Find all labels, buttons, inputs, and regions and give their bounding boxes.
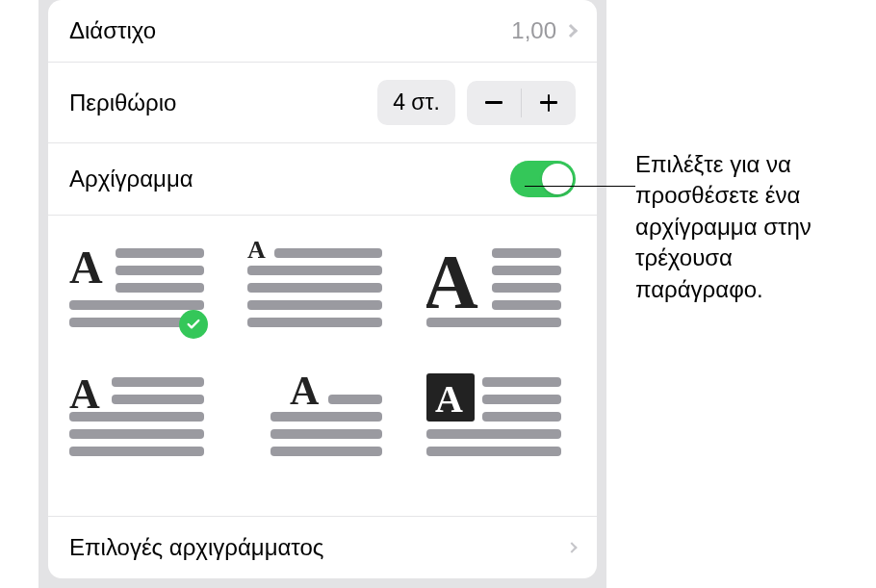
svg-rect-10 [247, 300, 382, 310]
svg-rect-2 [116, 266, 204, 275]
dropcap-toggle[interactable] [510, 161, 576, 197]
svg-rect-13 [492, 248, 561, 258]
svg-text:A: A [69, 242, 103, 293]
dropcap-label: Αρχίγραμμα [69, 166, 193, 192]
chevron-right-icon [564, 24, 578, 38]
svg-rect-17 [426, 318, 561, 327]
svg-rect-26 [271, 412, 382, 422]
svg-rect-8 [247, 266, 382, 275]
dropcap-style-grid: A A [48, 216, 597, 473]
svg-rect-14 [492, 266, 561, 275]
dropcap-options-row[interactable]: Επιλογές αρχιγράμματος [48, 516, 597, 578]
svg-text:A: A [435, 377, 463, 421]
margin-label: Περιθώριο [69, 89, 176, 116]
svg-rect-3 [116, 283, 204, 293]
selected-check-icon [179, 310, 208, 339]
svg-rect-25 [328, 395, 382, 404]
svg-rect-19 [112, 377, 204, 387]
margin-row: Περιθώριο 4 στ. [48, 63, 597, 143]
svg-rect-7 [274, 248, 382, 258]
margin-increase-button[interactable] [522, 81, 576, 125]
dropcap-style-2[interactable]: A [247, 241, 382, 335]
svg-rect-35 [426, 447, 561, 456]
margin-decrease-button[interactable] [467, 81, 521, 125]
format-panel: Διάστιχο 1,00 Περιθώριο 4 στ. Αρ [48, 0, 597, 578]
dropcap-options-label: Επιλογές αρχιγράμματος [69, 534, 323, 561]
margin-value-chip[interactable]: 4 στ. [377, 80, 455, 125]
svg-rect-23 [69, 447, 204, 456]
svg-rect-33 [482, 412, 561, 422]
line-spacing-row[interactable]: Διάστιχο 1,00 [48, 0, 597, 63]
dropcap-style-1[interactable]: A [69, 241, 204, 335]
dropcap-style-3[interactable]: A [426, 241, 561, 335]
callout-leader-line [525, 186, 635, 187]
svg-rect-31 [482, 377, 561, 387]
margin-value: 4 στ. [393, 89, 440, 115]
svg-rect-20 [112, 395, 204, 404]
svg-rect-11 [247, 318, 382, 327]
svg-rect-9 [247, 283, 382, 293]
dropcap-style-4[interactable]: A [69, 370, 204, 464]
dropcap-style-6[interactable]: A [426, 370, 561, 464]
svg-rect-16 [492, 300, 561, 310]
svg-text:A: A [69, 371, 100, 418]
svg-rect-21 [69, 412, 204, 422]
svg-rect-34 [426, 429, 561, 439]
margin-controls: 4 στ. [377, 80, 576, 125]
toggle-knob [542, 164, 573, 194]
svg-rect-1 [116, 248, 204, 258]
svg-text:A: A [247, 241, 266, 264]
dropcap-style-5[interactable]: A [247, 370, 382, 464]
svg-rect-32 [482, 395, 561, 404]
svg-text:A: A [426, 241, 478, 324]
dropcap-row: Αρχίγραμμα [48, 143, 597, 216]
line-spacing-value-wrap: 1,00 [511, 17, 576, 44]
svg-text:A: A [290, 370, 320, 413]
chevron-right-icon [566, 542, 577, 552]
svg-rect-15 [492, 283, 561, 293]
svg-rect-28 [271, 447, 382, 456]
callout-text: Επιλέξτε για να προσθέσετε ένα αρχίγραμμ… [635, 149, 857, 305]
svg-rect-22 [69, 429, 204, 439]
margin-stepper [467, 81, 576, 125]
svg-rect-4 [69, 300, 204, 310]
svg-rect-27 [271, 429, 382, 439]
line-spacing-label: Διάστιχο [69, 17, 156, 44]
panel-shadow-wrap: Διάστιχο 1,00 Περιθώριο 4 στ. Αρ [39, 0, 606, 588]
line-spacing-value: 1,00 [511, 17, 556, 44]
